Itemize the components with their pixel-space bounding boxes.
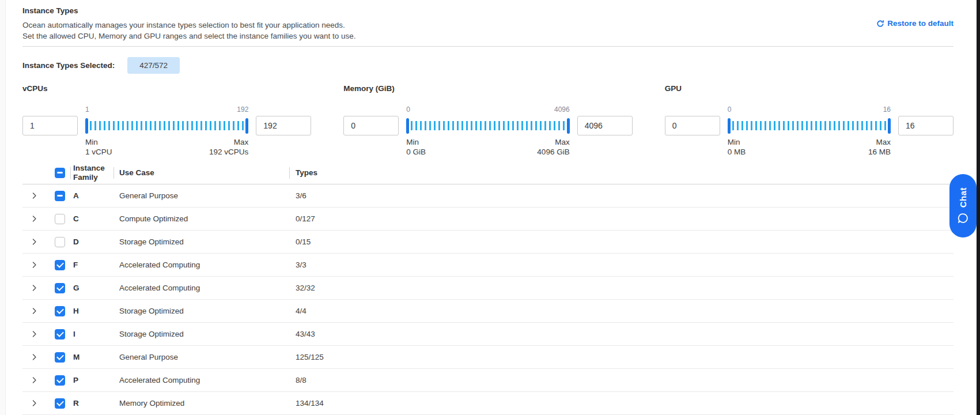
expand-chevron-icon[interactable] xyxy=(31,261,38,269)
instance-family-cell: I xyxy=(70,330,113,338)
row-checkbox[interactable] xyxy=(55,214,65,224)
instance-family-cell: F xyxy=(70,261,113,269)
chat-button[interactable]: Chat xyxy=(949,174,977,237)
use-case-cell: Storage Optimized xyxy=(113,237,289,246)
min-label: Min xyxy=(406,137,426,147)
max-sublabel: 16 MB xyxy=(868,147,891,157)
expand-chevron-icon[interactable] xyxy=(31,238,38,246)
table-row: D Storage Optimized 0/15 xyxy=(22,231,953,254)
page-left-gutter xyxy=(0,0,6,415)
slider-handle-min[interactable] xyxy=(406,118,409,134)
use-case-cell: Compute Optimized xyxy=(113,214,289,223)
table-row: F Accelerated Computing 3/3 xyxy=(22,254,953,277)
instance-family-cell: R xyxy=(70,399,113,408)
min-sublabel: 1 vCPU xyxy=(85,147,112,157)
table-row: M General Purpose 125/125 xyxy=(22,346,953,369)
instance-types-panel: Instance Types Restore to default Ocean … xyxy=(22,0,953,415)
types-cell: 8/8 xyxy=(289,376,953,384)
use-case-cell: Accelerated Computing xyxy=(113,376,289,384)
row-checkbox[interactable] xyxy=(55,237,65,247)
slider-track[interactable] xyxy=(85,117,248,134)
types-cell: 43/43 xyxy=(289,330,953,338)
slider-handle-max[interactable] xyxy=(567,118,570,134)
slider-track[interactable] xyxy=(406,117,569,134)
range-min-label: 1 xyxy=(85,105,89,114)
table-body: A General Purpose 3/6 C Compute Optimize… xyxy=(22,184,953,415)
expand-chevron-icon[interactable] xyxy=(31,330,38,338)
range-max-label: 192 xyxy=(237,105,248,114)
row-checkbox[interactable] xyxy=(55,306,65,316)
max-value-input[interactable] xyxy=(577,116,633,135)
row-checkbox[interactable] xyxy=(55,283,65,293)
description-line-2: Set the allowed CPU, Memory and GPU rang… xyxy=(22,31,953,42)
slider-handle-min[interactable] xyxy=(728,118,731,134)
min-value-input[interactable] xyxy=(343,116,399,135)
table-row: G Accelerated Computing 32/32 xyxy=(22,277,953,300)
types-cell: 4/4 xyxy=(289,307,953,315)
slider-handle-max[interactable] xyxy=(888,118,891,134)
row-checkbox[interactable] xyxy=(55,352,65,363)
instance-family-cell: H xyxy=(70,307,113,315)
expand-chevron-icon[interactable] xyxy=(31,215,38,222)
instance-family-cell: M xyxy=(70,353,113,361)
instance-family-table: Instance Family Use Case Types A General… xyxy=(22,161,953,415)
slider-title: GPU xyxy=(665,84,953,93)
table-row: C Compute Optimized 0/127 xyxy=(22,207,953,231)
chat-bubble-icon xyxy=(957,212,969,224)
row-checkbox[interactable] xyxy=(55,398,65,409)
instance-family-cell: D xyxy=(70,237,113,246)
range-min-label: 0 xyxy=(728,105,732,114)
slider-handle-min[interactable] xyxy=(85,118,88,134)
table-row: I Storage Optimized 43/43 xyxy=(22,323,953,346)
page-title: Instance Types xyxy=(22,0,953,15)
min-label: Min xyxy=(85,137,112,147)
window-edge xyxy=(977,0,980,415)
types-cell: 3/3 xyxy=(289,261,953,269)
expand-chevron-icon[interactable] xyxy=(31,284,38,292)
min-value-input[interactable] xyxy=(665,116,720,135)
instance-family-cell: P xyxy=(70,376,113,384)
use-case-cell: General Purpose xyxy=(113,191,289,200)
description: Ocean automatically manages your instanc… xyxy=(22,20,953,42)
select-all-checkbox[interactable] xyxy=(55,168,65,178)
max-label: Max xyxy=(209,137,248,147)
slider-group: GPU 0 16 Min 0 MB xyxy=(665,84,953,157)
max-value-input[interactable] xyxy=(256,116,311,135)
expand-chevron-icon[interactable] xyxy=(31,307,38,315)
expand-chevron-icon[interactable] xyxy=(31,399,38,407)
min-label: Min xyxy=(728,137,746,147)
selected-count-badge: 427/572 xyxy=(127,57,180,74)
description-line-1: Ocean automatically manages your instanc… xyxy=(22,20,953,31)
types-cell: 134/134 xyxy=(289,399,953,408)
expand-chevron-icon[interactable] xyxy=(31,376,38,384)
max-label: Max xyxy=(537,137,569,147)
table-row: R Memory Optimized 134/134 xyxy=(22,392,953,415)
expand-chevron-icon[interactable] xyxy=(31,353,38,361)
row-checkbox[interactable] xyxy=(55,260,65,270)
slider-track[interactable] xyxy=(728,117,891,134)
slider-handle-max[interactable] xyxy=(245,118,248,134)
slider-group: vCPUs 1 192 Min 1 vCPU xyxy=(22,84,311,157)
types-cell: 125/125 xyxy=(289,353,953,361)
row-checkbox[interactable] xyxy=(55,191,65,201)
range-max-label: 4096 xyxy=(554,105,570,114)
types-cell: 3/6 xyxy=(289,191,953,200)
use-case-cell: Accelerated Computing xyxy=(113,261,289,269)
slider-title: Memory (GiB) xyxy=(343,84,632,93)
instance-types-selected-label: Instance Types Selected: xyxy=(22,61,115,70)
row-checkbox[interactable] xyxy=(55,375,65,386)
selection-summary: Instance Types Selected: 427/572 xyxy=(22,57,953,73)
refresh-icon xyxy=(876,20,884,28)
min-sublabel: 0 MB xyxy=(728,147,746,157)
row-checkbox[interactable] xyxy=(55,329,65,339)
restore-to-default-link[interactable]: Restore to default xyxy=(876,19,953,28)
table-row: P Accelerated Computing 8/8 xyxy=(22,369,953,392)
chat-label: Chat xyxy=(958,187,968,207)
max-value-input[interactable] xyxy=(898,116,953,135)
slider-ticks xyxy=(90,121,244,130)
expand-chevron-icon[interactable] xyxy=(31,192,38,199)
use-case-cell: Storage Optimized xyxy=(113,330,289,338)
table-header-row: Instance Family Use Case Types xyxy=(22,161,953,184)
min-value-input[interactable] xyxy=(22,116,78,135)
slider-ticks xyxy=(732,121,886,130)
